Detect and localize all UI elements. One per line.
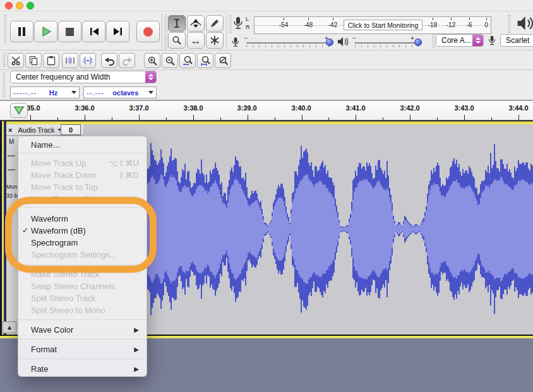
shortcut-label: ⌥⇧⌘U <box>109 157 139 169</box>
copy-icon <box>28 56 39 66</box>
play-icon <box>40 26 52 37</box>
copy-button[interactable] <box>25 53 42 68</box>
field-dropdown-icon[interactable] <box>71 91 76 94</box>
pause-icon <box>18 27 25 36</box>
input-volume-thumb[interactable] <box>326 39 333 46</box>
window-minimize-button[interactable] <box>16 2 23 9</box>
ruler-time-label: 3:37.0 <box>124 104 154 112</box>
trim-audio-button[interactable] <box>62 53 78 68</box>
zoom-toggle-button[interactable] <box>215 53 231 68</box>
time-shift-icon: ↔ <box>191 35 201 46</box>
zoom-tool-button[interactable] <box>168 32 186 49</box>
menu-item-wave-color[interactable]: Wave Color▶ <box>18 324 147 336</box>
cut-button[interactable] <box>8 53 24 68</box>
submenu-arrow-icon: ▶ <box>134 363 139 375</box>
pause-button[interactable] <box>10 21 33 42</box>
fit-project-button[interactable] <box>197 53 213 68</box>
gain-slider-fragment[interactable] <box>8 155 15 157</box>
timeline-pin-button[interactable] <box>10 103 28 118</box>
center-frequency-field[interactable]: - - - - - . - - Hz <box>10 86 80 98</box>
skip-to-start-button[interactable] <box>82 21 105 42</box>
track-title[interactable]: Audio Track <box>18 126 54 134</box>
record-meter-mic-icon[interactable] <box>232 15 244 32</box>
redo-button[interactable] <box>119 53 135 68</box>
recording-meter[interactable]: -54 -48 -42 -18 -12 -6 0 Click to Start … <box>254 16 491 34</box>
transport-toolbar-grip[interactable] <box>4 15 7 44</box>
silence-audio-icon <box>82 56 93 66</box>
edit-toolbar-grip[interactable] <box>3 53 6 67</box>
recording-device-dropdown[interactable]: Scarlet <box>500 34 533 47</box>
window-close-button[interactable] <box>5 2 13 9</box>
meter-scale-label: -6 <box>460 21 479 28</box>
input-volume-slider[interactable] <box>246 42 333 44</box>
magnifier-icon <box>172 35 182 45</box>
meter-scale-label: 0 <box>477 21 496 28</box>
spectral-toolbar-grip[interactable] <box>3 72 6 97</box>
playback-meter-grip[interactable] <box>508 14 511 33</box>
time-shift-tool-button[interactable]: ↔ <box>187 32 205 49</box>
submenu-arrow-icon: ▶ <box>134 343 139 355</box>
ruler-time-label: 3:40.0 <box>286 104 316 112</box>
field-dropdown-icon[interactable] <box>148 91 153 94</box>
record-button[interactable] <box>136 21 160 42</box>
window-zoom-button[interactable] <box>27 2 34 9</box>
zoom-out-button[interactable] <box>162 53 178 68</box>
input-volume-mic-icon <box>231 35 240 49</box>
device-toolbar-grip[interactable] <box>432 34 435 48</box>
play-button[interactable] <box>34 21 57 42</box>
output-slider-max-label: + <box>410 35 414 42</box>
zoom-in-button[interactable] <box>144 53 160 68</box>
menu-separator <box>18 339 147 340</box>
timeline-ruler[interactable]: 3:35.0 3:36.0 3:37.0 3:38.0 3:39.0 3:40.… <box>0 101 533 121</box>
fit-project-icon <box>200 56 211 66</box>
recording-meter-grip[interactable] <box>229 14 232 33</box>
ruler-time-label: 3:38.0 <box>178 104 208 112</box>
spectral-selection-mode-dropdown[interactable]: Center frequency and Width <box>10 71 157 83</box>
multi-tool-button[interactable] <box>206 32 224 49</box>
center-frequency-value: - - - - - . - - <box>13 89 35 97</box>
ruler-time-label: 3:36.0 <box>69 104 100 112</box>
menu-item-move-track-down[interactable]: Move Track Down⇧⌘D <box>18 169 147 181</box>
undo-icon <box>104 56 115 66</box>
spectral-selection-mode-value: Center frequency and Width <box>11 73 145 81</box>
skip-to-end-button[interactable] <box>106 21 129 42</box>
zoom-out-icon <box>165 56 176 66</box>
pan-slider-fragment[interactable] <box>8 169 15 170</box>
mute-button-fragment[interactable]: M <box>9 138 14 145</box>
playback-meter-speaker-icon[interactable] <box>517 16 533 31</box>
silence-audio-button[interactable] <box>80 53 96 68</box>
menu-item-swap-stereo-channels[interactable]: Swap Stereo Channels <box>18 280 147 292</box>
stop-button[interactable] <box>58 21 81 42</box>
fit-selection-button[interactable] <box>179 53 196 68</box>
output-slider-min-label: − <box>352 35 356 42</box>
output-slider-ticks <box>355 45 422 47</box>
menu-item-move-track-up[interactable]: Move Track Up⌥⇧⌘U <box>18 157 147 169</box>
track-counter-badge: 0 <box>61 124 81 135</box>
menu-item-split-stereo-to-mono[interactable]: Split Stereo to Mono <box>18 304 147 316</box>
output-volume-slider[interactable] <box>355 42 422 44</box>
menu-item-rate[interactable]: Rate▶ <box>18 363 147 375</box>
trim-audio-icon <box>64 56 76 66</box>
menu-item-format[interactable]: Format▶ <box>18 343 147 355</box>
undo-button[interactable] <box>101 53 117 68</box>
paste-icon <box>46 56 56 66</box>
menu-item-move-track-to-top[interactable]: Move Track to Top <box>18 181 147 193</box>
toolbar-separator <box>162 13 162 49</box>
track-collapse-button[interactable]: ▲ <box>3 321 16 333</box>
dropdown-spinner-icon <box>472 35 483 46</box>
audio-host-dropdown[interactable]: Core A... <box>436 34 484 47</box>
menu-item-name[interactable]: Name... <box>18 139 147 151</box>
selection-tool-button[interactable] <box>168 15 186 32</box>
envelope-tool-button[interactable] <box>187 15 205 32</box>
menu-item-split-stereo-track[interactable]: Split Stereo Track <box>18 292 147 304</box>
paste-button[interactable] <box>43 53 59 68</box>
meter-scale-label: -48 <box>299 21 318 28</box>
bandwidth-field[interactable]: - - . - - - octaves <box>83 86 157 98</box>
draw-tool-button[interactable] <box>206 15 224 32</box>
track-close-button[interactable]: × <box>8 126 12 134</box>
output-volume-speaker-icon <box>337 36 350 47</box>
monitoring-prompt[interactable]: Click to Start Monitoring <box>344 20 422 30</box>
tools-toolbar-grip[interactable] <box>164 14 167 49</box>
output-volume-thumb[interactable] <box>414 39 422 46</box>
audio-host-value: Core A... <box>436 36 472 45</box>
